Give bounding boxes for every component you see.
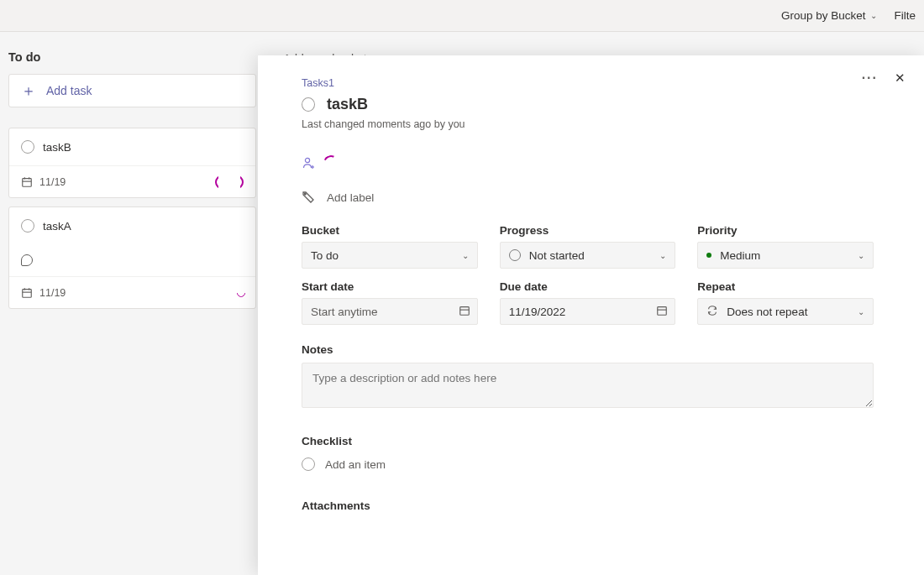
calendar-icon [459, 305, 470, 319]
bucket-value: To do [311, 249, 339, 262]
task-fields-row1: Bucket To do ⌄ Progress Not started ⌄ Pr… [302, 224, 874, 269]
avatar-icon [230, 175, 244, 189]
task-card-assignees [232, 287, 244, 299]
due-date-value: 11/19/2022 [509, 306, 566, 318]
comment-icon [21, 254, 33, 266]
calendar-icon [656, 305, 668, 319]
group-by-dropdown[interactable]: Group by Bucket ⌄ [776, 6, 883, 25]
checklist-circle-icon [302, 457, 315, 471]
svg-rect-14 [658, 306, 667, 315]
due-date-input[interactable]: 11/19/2022 [500, 298, 676, 325]
bucket-title[interactable]: To do [8, 45, 256, 74]
complete-circle-icon[interactable] [21, 140, 34, 154]
notes-textarea[interactable] [302, 363, 874, 408]
svg-rect-0 [23, 178, 32, 186]
start-date-label: Start date [302, 280, 478, 293]
repeat-dropdown[interactable]: Does not repeat ⌄ [697, 298, 874, 325]
start-date-placeholder: Start anytime [311, 306, 378, 318]
checklist-placeholder: Add an item [325, 458, 386, 471]
avatar-icon [215, 175, 228, 189]
checklist-label: Checklist [302, 435, 874, 447]
group-by-label: Group by Bucket [781, 9, 866, 22]
task-card-title: taskA [43, 220, 71, 233]
svg-point-8 [305, 158, 309, 162]
top-toolbar: Group by Bucket ⌄ Filte [0, 0, 924, 32]
plus-icon: ＋ [21, 83, 36, 98]
add-label-text: Add label [327, 191, 374, 204]
notes-label: Notes [302, 343, 874, 356]
repeat-label: Repeat [697, 280, 874, 293]
filter-button[interactable]: Filte [889, 6, 921, 25]
calendar-icon [21, 176, 33, 188]
filter-label: Filte [894, 9, 916, 22]
chevron-down-icon: ⌄ [462, 251, 469, 260]
priority-dot-icon [706, 253, 711, 258]
checklist-add-item[interactable]: Add an item [302, 454, 874, 474]
assign-members[interactable] [302, 155, 874, 170]
due-date-label: Due date [500, 280, 676, 293]
priority-dropdown[interactable]: Medium ⌄ [697, 242, 874, 269]
plan-link[interactable]: Tasks1 [302, 77, 874, 89]
svg-rect-12 [459, 306, 469, 315]
assign-person-icon [302, 156, 315, 170]
task-card-date: 11/19 [39, 176, 66, 188]
close-icon[interactable]: ✕ [895, 71, 906, 86]
svg-rect-4 [23, 289, 32, 297]
task-title[interactable]: taskB [327, 96, 368, 113]
task-card-title: taskB [43, 141, 71, 154]
task-detail-panel: ··· ✕ Tasks1 taskB Last changed moments … [258, 55, 924, 575]
complete-circle-icon[interactable] [302, 97, 315, 112]
task-card[interactable]: taskB 11/19 [8, 128, 256, 198]
task-card-date: 11/19 [39, 287, 66, 299]
bucket-field-label: Bucket [302, 224, 478, 237]
priority-field-label: Priority [697, 224, 874, 237]
repeat-icon [706, 305, 718, 319]
progress-dropdown[interactable]: Not started ⌄ [500, 242, 676, 269]
task-fields-row2: Start date Start anytime Due date 11/19/… [302, 280, 874, 325]
loading-spinner-icon [321, 153, 340, 172]
more-options-icon[interactable]: ··· [862, 71, 878, 86]
task-card[interactable]: taskA 11/19 [8, 206, 256, 309]
last-changed-text: Last changed moments ago by you [302, 118, 874, 130]
progress-field-label: Progress [500, 224, 676, 237]
tag-icon [302, 191, 315, 204]
progress-circle-icon [509, 249, 521, 261]
priority-value: Medium [720, 249, 760, 262]
add-label-button[interactable]: Add label [302, 191, 874, 204]
bucket-todo: To do ＋ Add task taskB 11/19 [8, 45, 256, 575]
chevron-down-icon: ⌄ [858, 251, 864, 260]
bucket-dropdown[interactable]: To do ⌄ [302, 242, 478, 269]
add-task-label: Add task [46, 84, 92, 97]
progress-value: Not started [529, 249, 585, 262]
chevron-down-icon: ⌄ [858, 307, 864, 316]
add-task-button[interactable]: ＋ Add task [8, 74, 256, 107]
attachments-label: Attachments [302, 499, 874, 512]
svg-point-11 [305, 194, 307, 196]
calendar-icon [21, 287, 33, 299]
chevron-down-icon: ⌄ [870, 11, 877, 20]
start-date-input[interactable]: Start anytime [302, 298, 478, 325]
repeat-value: Does not repeat [727, 306, 807, 318]
task-card-assignees [215, 175, 244, 189]
complete-circle-icon[interactable] [21, 219, 34, 233]
chevron-down-icon: ⌄ [659, 251, 666, 260]
avatar-icon [232, 287, 244, 299]
